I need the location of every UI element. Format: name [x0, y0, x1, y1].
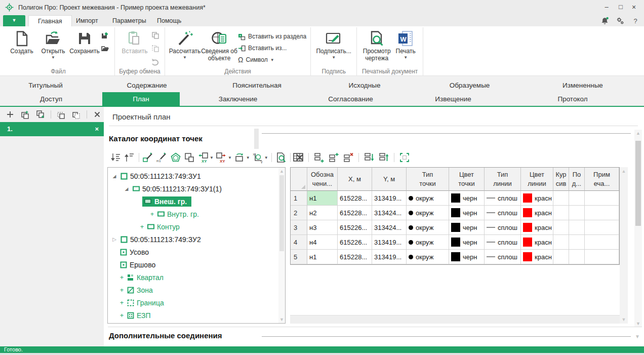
insert-from-section-button[interactable]: Вставить из раздела	[238, 32, 306, 41]
expander-plus-icon[interactable]: +	[139, 223, 145, 230]
tree-item-zona[interactable]: + Зона	[108, 284, 285, 296]
tab-poyasnitelnaya[interactable]: Пояснительная	[203, 78, 311, 92]
cell-x[interactable]: 615226...	[338, 235, 372, 250]
preview-points-icon[interactable]	[275, 151, 287, 164]
sort-ascending-icon[interactable]	[124, 151, 136, 164]
move-row-down-icon[interactable]	[363, 151, 375, 164]
minimize-button[interactable]: –	[599, 0, 614, 14]
export-coordinates-icon[interactable]: XY	[215, 151, 227, 164]
table-icon[interactable]	[292, 151, 304, 164]
cell-y[interactable]: 313424...	[372, 220, 407, 235]
tree-item-inner-boundary[interactable]: + Внутр. гр.	[108, 208, 285, 220]
table-vertical-scrollbar[interactable]: ▲ ▼	[620, 167, 628, 324]
cell-point-type[interactable]: окруж	[407, 220, 449, 235]
scroll-down-icon[interactable]: ▼	[278, 317, 285, 322]
header-mark[interactable]: Обозначени...	[307, 168, 338, 191]
tab-dostup[interactable]: Доступ	[0, 92, 102, 106]
tree-item-ezp[interactable]: + ЕЗП	[108, 309, 285, 322]
cell-italic[interactable]	[553, 206, 569, 220]
cell-line-type[interactable]: сплош	[485, 206, 521, 220]
paste-button[interactable]: Вставить	[119, 28, 150, 55]
cell-line-color[interactable]: красн	[521, 235, 553, 250]
cell-point-color[interactable]: черн	[449, 206, 485, 220]
cell-line-color[interactable]: красн	[521, 250, 553, 264]
add-row-icon[interactable]	[313, 151, 325, 164]
close-button[interactable]: ×	[627, 0, 641, 14]
cell-y[interactable]: 313419...	[372, 250, 407, 264]
fit-selection-icon[interactable]	[398, 151, 411, 164]
tab-iskhodnye[interactable]: Исходные	[311, 78, 418, 92]
scroll-up-icon[interactable]: ▲	[634, 131, 642, 136]
header-note[interactable]: Примеча...	[585, 168, 619, 191]
cell-italic[interactable]	[553, 235, 569, 250]
select-point-wand-icon[interactable]: н1	[156, 151, 168, 164]
cell-note[interactable]	[585, 191, 619, 206]
header-y[interactable]: Y, м	[372, 168, 407, 191]
splitter-handle[interactable]	[254, 129, 259, 149]
cell-line-type[interactable]: сплош	[485, 235, 521, 250]
cell-point-color[interactable]: черн	[449, 191, 485, 206]
select-all-header[interactable]	[291, 168, 307, 191]
row-number[interactable]: 1	[291, 191, 307, 206]
sort-descending-icon[interactable]	[110, 151, 122, 164]
cell-line-color[interactable]: красн	[521, 206, 553, 220]
header-x[interactable]: X, м	[338, 168, 372, 191]
select-area-wand-icon[interactable]	[142, 151, 154, 164]
cell-y[interactable]: 313419...	[372, 235, 407, 250]
cell-underline[interactable]	[569, 206, 585, 220]
cell-mark[interactable]: н3	[307, 220, 338, 235]
print-button[interactable]: W Печать ▼	[392, 28, 419, 59]
insert-from-button[interactable]: Вставить из...	[238, 44, 306, 52]
open-button[interactable]: Открыть ▼	[37, 28, 69, 59]
row-number[interactable]: 2	[291, 206, 307, 220]
sidebar-item-1[interactable]: 1. ×	[0, 122, 104, 136]
cell-italic[interactable]	[553, 191, 569, 206]
expander-plus-icon[interactable]: +	[119, 299, 125, 306]
cell-underline[interactable]	[569, 235, 585, 250]
header-point-type[interactable]: Типточки	[407, 168, 449, 191]
cell-note[interactable]	[585, 235, 619, 250]
rotate-dropdown-caret[interactable]: ▼	[246, 155, 250, 160]
copy-special-icon[interactable]	[151, 45, 159, 53]
duplicate-item-icon[interactable]	[19, 108, 31, 121]
expander-expanded-icon[interactable]: ◢	[111, 174, 118, 179]
row-number[interactable]: 4	[291, 235, 307, 250]
create-button[interactable]: Создать	[6, 28, 37, 55]
tab-soderzhanie[interactable]: Содержание	[91, 78, 203, 92]
tab-izveshchenie[interactable]: Извещение	[405, 92, 501, 106]
symbol-button[interactable]: Ω Символ ▼	[238, 56, 306, 64]
cell-line-type[interactable]: сплош	[485, 220, 521, 235]
cell-underline[interactable]	[569, 220, 585, 235]
tree-item-parcel-zu2[interactable]: ▷ 50:05:111213:749:ЗУ2	[108, 233, 285, 246]
notifications-bell-icon[interactable]	[600, 16, 610, 25]
cell-note[interactable]	[585, 250, 619, 264]
maximize-button[interactable]: □	[614, 0, 628, 14]
cell-x[interactable]: 615228...	[338, 191, 372, 206]
scrollbar-thumb[interactable]	[635, 141, 641, 226]
cell-point-type[interactable]: окруж	[407, 235, 449, 250]
tab-titulny[interactable]: Титульный	[0, 78, 91, 92]
move-row-up-icon[interactable]	[378, 151, 390, 164]
tab-zaklyuchenie[interactable]: Заключение	[180, 92, 296, 106]
header-line-type[interactable]: Типлинии	[485, 168, 521, 191]
ribbon-tab-main[interactable]: Главная	[28, 15, 72, 26]
cell-note[interactable]	[585, 220, 619, 235]
tab-plan[interactable]: План	[102, 92, 180, 106]
paste-after-icon[interactable]	[70, 108, 83, 121]
cell-italic[interactable]	[553, 220, 569, 235]
paste-before-icon[interactable]	[55, 108, 67, 121]
table-horizontal-scrollbar[interactable]	[290, 315, 620, 324]
cell-point-color[interactable]: черн	[449, 250, 485, 264]
object-info-button[interactable]: Сведения об объекте	[200, 28, 238, 62]
scroll-down-icon[interactable]: ▼	[635, 334, 640, 339]
save-button[interactable]: Сохранить	[69, 28, 100, 55]
expander-expanded-icon[interactable]: ◢	[123, 186, 130, 191]
cell-line-type[interactable]: сплош	[485, 250, 521, 264]
cell-line-color[interactable]: красн	[521, 191, 553, 206]
cell-point-type[interactable]: окруж	[407, 250, 449, 264]
rotate-contour-icon[interactable]	[233, 151, 246, 164]
close-item-icon[interactable]: ×	[95, 122, 99, 136]
help-icon[interactable]: ?	[631, 16, 640, 25]
cell-x[interactable]: 615226...	[338, 220, 372, 235]
cell-italic[interactable]	[553, 250, 569, 264]
